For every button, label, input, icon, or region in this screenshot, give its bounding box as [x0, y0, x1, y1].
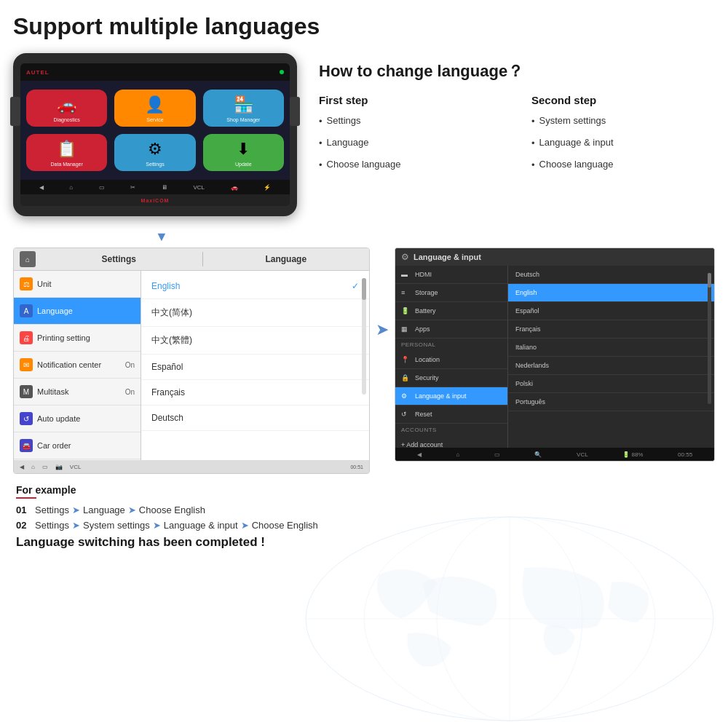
sys-scrollbar-thumb	[708, 273, 711, 288]
gear-icon: ⚙	[401, 252, 409, 262]
lang-english-label: English	[151, 281, 180, 291]
example-step-1: 01 Settings ➤ Language ➤ Choose English	[16, 505, 712, 515]
app-service[interactable]: 👤 Service	[114, 90, 195, 127]
sys-lang-italian[interactable]: Italiano	[508, 339, 714, 357]
nav-recent-icon[interactable]: ▭	[99, 184, 105, 191]
update-label: Update	[235, 162, 252, 167]
lang-spanish-label: Español	[151, 362, 183, 372]
settings-time: 00:51	[350, 464, 363, 470]
check-icon: ✓	[352, 281, 359, 291]
apps-label: Apps	[415, 325, 430, 333]
data-icon: 📋	[57, 140, 76, 159]
app-shop-manager[interactable]: 🏪 Shop Manager	[203, 90, 284, 127]
settings-left-menu: ⚖ Unit A Language 🖨 Printing setting ✉ N…	[14, 271, 141, 460]
system-item-language-input[interactable]: ⚙ Language & input	[395, 387, 507, 405]
home-button[interactable]: ⌂	[20, 251, 36, 267]
battery-label: Battery	[415, 307, 436, 314]
settings-menu-multitask[interactable]: M Multitask On	[14, 379, 141, 405]
lang-english[interactable]: English ✓	[141, 274, 369, 299]
lang-chinese-traditional-label: 中文(繁體)	[151, 334, 192, 347]
diagnostics-icon: 🚗	[57, 95, 76, 114]
app-update[interactable]: ⬇ Update	[203, 134, 284, 171]
sys-lang-dutch[interactable]: Nederlands	[508, 357, 714, 375]
sys-nav-back[interactable]: ◀	[417, 451, 422, 458]
sys-lang-spanish-label: Español	[515, 307, 539, 314]
nav-home[interactable]: ⌂	[31, 464, 35, 470]
sys-nav-search[interactable]: 🔍	[534, 451, 542, 458]
reset-label: Reset	[415, 411, 432, 418]
settings-menu-printing[interactable]: 🖨 Printing setting	[14, 325, 141, 352]
settings-menu-notification[interactable]: ✉ Notification center On	[14, 352, 141, 379]
shop-icon: 🏪	[234, 95, 253, 114]
notification-label: Notification center	[37, 360, 101, 369]
sys-lang-italian-label: Italiano	[515, 344, 537, 351]
nav-apps[interactable]: ▭	[42, 464, 48, 470]
sys-lang-deutsch[interactable]: Deutsch	[508, 266, 714, 284]
sys-nav-apps[interactable]: ▭	[494, 451, 500, 458]
settings-menu-language[interactable]: A Language	[14, 298, 141, 325]
bullet-5: •	[531, 138, 535, 149]
system-header-title: Language & input	[414, 253, 481, 261]
settings-menu-carorder[interactable]: 🚘 Car order	[14, 432, 141, 459]
lang-chinese-simplified-label: 中文(简体)	[151, 306, 192, 319]
screens-section: ⌂ Settings Language ⚖ Unit A Language	[13, 248, 715, 474]
step-1-arrow1: ➤	[72, 505, 80, 515]
system-item-reset[interactable]: ↺ Reset	[395, 405, 507, 424]
first-step-1: • Settings	[319, 115, 502, 127]
step-2-part3: Language & input	[164, 520, 238, 531]
second-step-header: Second step	[531, 94, 715, 106]
nav-home-icon[interactable]: ⌂	[69, 184, 73, 191]
diagnostics-label: Diagnostics	[54, 117, 80, 122]
reset-icon: ↺	[401, 411, 411, 418]
system-item-battery[interactable]: 🔋 Battery	[395, 302, 507, 320]
lang-german[interactable]: Deutsch	[141, 405, 369, 431]
system-item-apps[interactable]: ▦ Apps	[395, 320, 507, 339]
lang-chinese-traditional[interactable]: 中文(繁體)	[141, 327, 369, 355]
header-divider	[202, 252, 203, 266]
tablet-model-label: MaxiCOM	[141, 198, 170, 203]
system-language-list: Deutsch English Español Français Italian…	[508, 266, 714, 448]
lang-french[interactable]: Français	[141, 380, 369, 405]
sys-nav-home[interactable]: ⌂	[456, 451, 459, 458]
unit-icon: ⚖	[20, 277, 33, 290]
sys-lang-polish[interactable]: Polski	[508, 375, 714, 393]
lang-french-label: Français	[151, 387, 185, 397]
service-icon: 👤	[145, 95, 165, 114]
app-data-manager[interactable]: 📋 Data Manager	[26, 134, 107, 171]
instructions-title: How to change language？	[319, 60, 715, 82]
sys-scrollbar[interactable]	[708, 273, 711, 404]
update-icon: ⬇	[237, 140, 250, 159]
bullet-2: •	[319, 138, 323, 149]
sys-time: 00:55	[678, 451, 692, 458]
sys-nav-vcl: VCL	[577, 451, 588, 458]
sys-lang-dutch-label: Nederlands	[515, 362, 549, 369]
system-item-security[interactable]: 🔒 Security	[395, 369, 507, 387]
sys-lang-french[interactable]: Français	[508, 320, 714, 339]
lang-chinese-simplified[interactable]: 中文(简体)	[141, 299, 369, 327]
nav-icon5: 🖥	[162, 184, 167, 191]
print-icon: 🖨	[20, 331, 33, 344]
notification-icon: ✉	[20, 358, 33, 371]
nav-back-icon[interactable]: ◀	[39, 184, 44, 191]
system-item-storage[interactable]: ≡ Storage	[395, 284, 507, 302]
sys-lang-english[interactable]: English	[508, 284, 714, 302]
tablet-topbar: AUTEL	[20, 63, 290, 81]
app-settings[interactable]: ⚙ Settings	[114, 134, 195, 171]
first-step-3-label: Choose language	[327, 159, 401, 170]
second-step-1-label: System settings	[539, 115, 606, 126]
settings-menu-unit[interactable]: ⚖ Unit	[14, 271, 141, 298]
sys-lang-polish-label: Polski	[515, 380, 533, 387]
system-screen-header: ⚙ Language & input	[395, 248, 714, 266]
add-account-button[interactable]: + Add account	[395, 436, 507, 448]
lang-spanish[interactable]: Español	[141, 355, 369, 380]
settings-menu-autoupdate[interactable]: ↺ Auto update	[14, 405, 141, 432]
system-item-location[interactable]: 📍 Location	[395, 351, 507, 369]
system-item-hdmi[interactable]: ▬ HDMI	[395, 266, 507, 284]
sys-lang-portuguese[interactable]: Português	[508, 393, 714, 411]
multitask-icon: M	[20, 385, 33, 398]
sys-lang-spanish[interactable]: Español	[508, 302, 714, 320]
lang-scrollbar[interactable]	[362, 278, 366, 395]
steps-row: First step • Settings • Language • Choos…	[319, 94, 715, 181]
nav-back[interactable]: ◀	[20, 464, 24, 470]
app-diagnostics[interactable]: 🚗 Diagnostics	[26, 90, 107, 127]
